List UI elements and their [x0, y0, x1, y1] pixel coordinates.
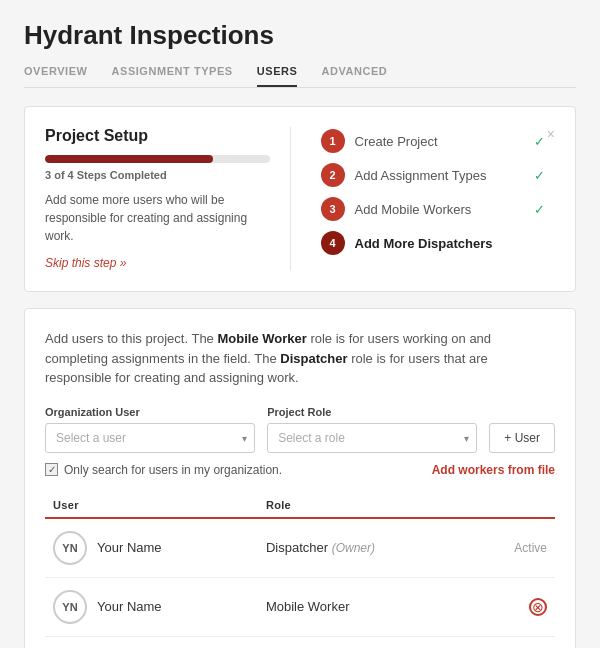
table-header-row: User Role	[45, 493, 555, 518]
org-only-label-text: Only search for users in my organization…	[64, 463, 282, 477]
nav-tabs: OVERVIEW ASSIGNMENT TYPES USERS ADVANCED	[24, 65, 576, 88]
setup-title: Project Setup	[45, 127, 270, 145]
step-label-3: Add Mobile Workers	[355, 202, 525, 217]
project-setup-card: Project Setup 3 of 4 Steps Completed Add…	[24, 106, 576, 292]
user-cell-1: YN Your Name	[45, 518, 258, 578]
role-label-1: Dispatcher	[266, 540, 328, 555]
table-row-2: YN Your Name Mobile Worker ⊗	[45, 577, 555, 636]
project-role-group: Project Role Select a role ▾	[267, 406, 477, 453]
tab-users[interactable]: USERS	[257, 65, 298, 87]
project-role-label: Project Role	[267, 406, 477, 418]
step-circle-1: 1	[321, 129, 345, 153]
table-body: YN Your Name Dispatcher (Owner) Active	[45, 518, 555, 637]
step-circle-4: 4	[321, 231, 345, 255]
users-card: Add users to this project. The Mobile Wo…	[24, 308, 576, 648]
add-user-button[interactable]: + User	[489, 423, 555, 453]
step-item-1: 1 Create Project ✓	[321, 129, 546, 153]
table-header: User Role	[45, 493, 555, 518]
step-item-3: 3 Add Mobile Workers ✓	[321, 197, 546, 221]
org-only-checkbox-label[interactable]: ✓ Only search for users in my organizati…	[45, 463, 282, 477]
step-circle-3: 3	[321, 197, 345, 221]
org-user-select[interactable]: Select a user	[45, 423, 255, 453]
step-label-1: Create Project	[355, 134, 525, 149]
step-circle-2: 2	[321, 163, 345, 187]
col-role: Role	[258, 493, 472, 518]
org-user-select-wrapper: Select a user ▾	[45, 423, 255, 453]
dispatcher-strong: Dispatcher	[280, 351, 347, 366]
page-title: Hydrant Inspections	[24, 20, 576, 51]
skip-link[interactable]: Skip this step »	[45, 256, 126, 270]
tab-assignment-types[interactable]: ASSIGNMENT TYPES	[112, 65, 233, 87]
setup-right: × 1 Create Project ✓ 2 Add Assignment Ty…	[311, 127, 556, 271]
step-check-1: ✓	[534, 134, 545, 149]
tab-overview[interactable]: OVERVIEW	[24, 65, 88, 87]
user-form-row: Organization User Select a user ▾ Projec…	[45, 406, 555, 453]
role-owner-1: (Owner)	[332, 541, 375, 555]
org-user-label: Organization User	[45, 406, 255, 418]
mobile-worker-strong: Mobile Worker	[217, 331, 306, 346]
user-cell-inner-1: YN Your Name	[53, 531, 250, 565]
progress-bar-fill	[45, 155, 213, 163]
user-name-2: Your Name	[97, 599, 162, 614]
status-badge-1: Active	[514, 541, 547, 555]
org-user-group: Organization User Select a user ▾	[45, 406, 255, 453]
step-check-2: ✓	[534, 168, 545, 183]
project-role-select-wrapper: Select a role ▾	[267, 423, 477, 453]
user-name-1: Your Name	[97, 540, 162, 555]
setup-left: Project Setup 3 of 4 Steps Completed Add…	[45, 127, 270, 271]
user-cell-2: YN Your Name	[45, 577, 258, 636]
options-row: ✓ Only search for users in my organizati…	[45, 463, 555, 477]
step-item-2: 2 Add Assignment Types ✓	[321, 163, 546, 187]
users-table: User Role YN Your Name Dispatcher	[45, 493, 555, 637]
step-label-4: Add More Dispatchers	[355, 236, 546, 251]
add-workers-from-file-link[interactable]: Add workers from file	[432, 463, 555, 477]
step-check-3: ✓	[534, 202, 545, 217]
vertical-divider	[290, 127, 291, 271]
avatar-1: YN	[53, 531, 87, 565]
setup-description: Add some more users who will be responsi…	[45, 191, 270, 245]
progress-bar-track	[45, 155, 270, 163]
step-list: 1 Create Project ✓ 2 Add Assignment Type…	[321, 127, 546, 255]
users-description: Add users to this project. The Mobile Wo…	[45, 329, 555, 388]
role-cell-2: Mobile Worker	[258, 577, 472, 636]
user-cell-inner-2: YN Your Name	[53, 590, 250, 624]
tab-advanced[interactable]: ADVANCED	[321, 65, 387, 87]
progress-label: 3 of 4 Steps Completed	[45, 169, 270, 181]
col-action	[472, 493, 555, 518]
project-role-select[interactable]: Select a role	[267, 423, 477, 453]
org-only-checkbox[interactable]: ✓	[45, 463, 58, 476]
role-label-2: Mobile Worker	[266, 599, 350, 614]
table-row: YN Your Name Dispatcher (Owner) Active	[45, 518, 555, 578]
action-cell-2: ⊗	[472, 577, 555, 636]
avatar-2: YN	[53, 590, 87, 624]
step-item-4: 4 Add More Dispatchers	[321, 231, 546, 255]
status-cell-1: Active	[472, 518, 555, 578]
close-button[interactable]: ×	[547, 127, 555, 141]
step-label-2: Add Assignment Types	[355, 168, 525, 183]
col-user: User	[45, 493, 258, 518]
remove-user-button[interactable]: ⊗	[529, 598, 547, 616]
role-cell-1: Dispatcher (Owner)	[258, 518, 472, 578]
